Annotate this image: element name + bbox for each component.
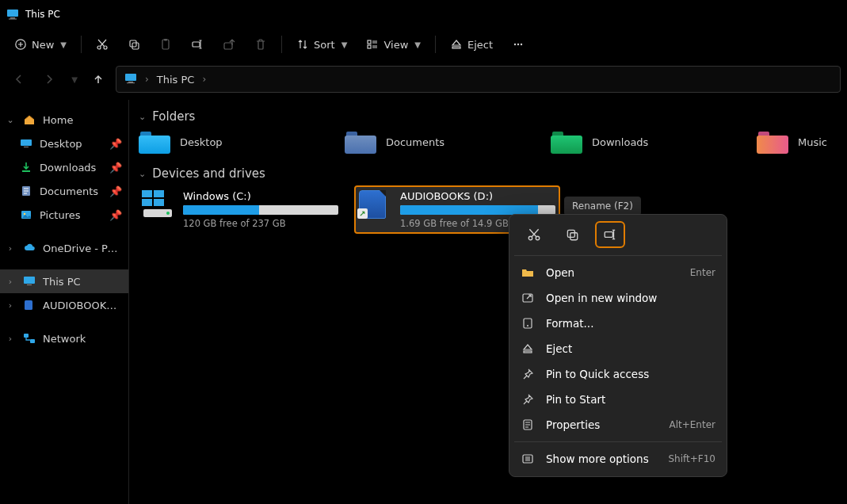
more-button[interactable] <box>504 32 532 57</box>
svg-rect-21 <box>21 139 32 146</box>
context-menu: Open Enter Open in new window Format... … <box>509 214 727 477</box>
this-pc-icon <box>22 274 36 288</box>
svg-rect-0 <box>7 10 18 17</box>
svg-point-34 <box>536 236 540 240</box>
svg-rect-30 <box>24 334 29 338</box>
folder-icon <box>345 130 376 154</box>
folder-downloads[interactable]: Downloads <box>551 130 741 154</box>
ctx-pin-start[interactable]: Pin to Start <box>509 387 727 412</box>
sidebar-item-downloads[interactable]: Downloads 📌 <box>0 155 128 179</box>
folder-open-icon <box>521 265 535 280</box>
documents-icon <box>19 184 33 198</box>
arrow-left-icon <box>13 73 25 86</box>
chevron-down-icon: ⌄ <box>139 112 146 122</box>
cut-button[interactable] <box>88 32 116 57</box>
folder-icon <box>757 130 788 154</box>
eject-icon <box>521 342 535 356</box>
address-bar[interactable]: › This PC › <box>116 66 841 93</box>
separator <box>514 441 722 442</box>
ctx-hint: Alt+Enter <box>669 419 715 430</box>
sort-label: Sort <box>314 39 335 51</box>
ctx-label: Show more options <box>546 452 657 465</box>
sidebar-item-documents[interactable]: Documents 📌 <box>0 179 128 203</box>
svg-point-16 <box>517 44 519 45</box>
eject-button[interactable]: Eject <box>442 32 501 57</box>
breadcrumb-sep: › <box>202 74 206 85</box>
svg-point-15 <box>514 44 516 45</box>
recent-button[interactable]: ▼ <box>67 67 81 92</box>
folder-label: Music <box>798 136 827 148</box>
folder-desktop[interactable]: Desktop <box>139 130 329 154</box>
ctx-pin-quick[interactable]: Pin to Quick access <box>509 361 727 387</box>
breadcrumb-root[interactable]: This PC <box>157 74 195 86</box>
new-label: New <box>32 39 54 51</box>
ctx-hint: Enter <box>690 267 715 278</box>
context-icon-row <box>509 220 727 251</box>
ctx-show-more[interactable]: Show more options Shift+F10 <box>509 446 727 472</box>
drive-c[interactable]: Windows (C:) 120 GB free of 237 GB <box>139 187 341 232</box>
svg-rect-23 <box>22 170 30 172</box>
svg-rect-35 <box>567 230 574 237</box>
ctx-rename-button[interactable] <box>597 223 624 246</box>
svg-point-5 <box>104 46 107 49</box>
copy-button[interactable] <box>120 32 148 57</box>
forward-button[interactable] <box>36 67 62 92</box>
ctx-copy-button[interactable] <box>559 223 586 246</box>
sort-button[interactable]: Sort ▼ <box>288 32 355 57</box>
svg-rect-2 <box>9 19 17 20</box>
section-title: Devices and drives <box>152 166 265 181</box>
sidebar-item-network[interactable]: › Network <box>0 326 128 350</box>
sidebar-item-onedrive[interactable]: › OneDrive - Personal <box>0 236 128 260</box>
svg-point-17 <box>521 44 522 45</box>
sort-icon <box>296 38 309 51</box>
up-button[interactable] <box>86 67 111 92</box>
ctx-label: Open in new window <box>546 292 715 304</box>
sidebar-item-label: OneDrive - Personal <box>43 242 122 254</box>
view-button[interactable]: View ▼ <box>358 32 429 57</box>
chevron-down-icon: ▼ <box>414 40 421 49</box>
ctx-eject[interactable]: Eject <box>509 336 727 361</box>
folder-label: Documents <box>386 136 444 148</box>
svg-rect-6 <box>130 40 136 47</box>
sidebar-item-pictures[interactable]: Pictures 📌 <box>0 203 128 227</box>
svg-point-33 <box>528 236 532 240</box>
folder-documents[interactable]: Documents <box>345 130 535 154</box>
ctx-label: Properties <box>546 418 658 431</box>
ellipsis-icon <box>512 38 525 51</box>
folder-icon <box>551 130 582 154</box>
sidebar: ⌄ Home Desktop 📌 Downloads 📌 Documents 📌… <box>0 100 129 504</box>
svg-rect-20 <box>127 82 135 83</box>
ctx-format[interactable]: Format... <box>509 311 727 336</box>
folder-label: Downloads <box>592 136 648 148</box>
format-icon <box>521 316 535 330</box>
drive-free-text: 120 GB free of 237 GB <box>183 218 338 229</box>
back-button[interactable] <box>6 67 32 92</box>
ctx-properties[interactable]: Properties Alt+Enter <box>509 412 727 437</box>
svg-rect-14 <box>452 47 460 48</box>
section-drives[interactable]: ⌄ Devices and drives <box>139 166 837 181</box>
ctx-cut-button[interactable] <box>521 223 547 246</box>
sidebar-item-this-pc[interactable]: › This PC <box>0 269 128 293</box>
titlebar: This PC <box>0 0 847 25</box>
section-folders[interactable]: ⌄ Folders <box>139 109 837 124</box>
sidebar-item-label: Home <box>43 114 122 126</box>
ctx-open-new[interactable]: Open in new window <box>509 285 727 311</box>
sidebar-item-label: Network <box>43 333 122 345</box>
scissors-icon <box>96 38 109 51</box>
sidebar-item-home[interactable]: ⌄ Home <box>0 108 128 132</box>
properties-icon <box>521 418 535 432</box>
new-button[interactable]: New ▼ <box>6 32 74 57</box>
svg-rect-9 <box>164 39 167 41</box>
shortcut-overlay-icon: ↗ <box>357 208 368 219</box>
rename-button[interactable] <box>183 32 212 57</box>
ctx-open[interactable]: Open Enter <box>509 260 727 285</box>
sidebar-item-audiobooks[interactable]: › AUDIOBOOKS (D:) <box>0 293 128 317</box>
folder-music[interactable]: Music <box>757 130 827 154</box>
eject-label: Eject <box>467 39 493 51</box>
sidebar-item-desktop[interactable]: Desktop 📌 <box>0 132 128 155</box>
drive-usage-bar <box>183 205 338 215</box>
breadcrumb-sep: › <box>145 74 149 85</box>
eject-icon <box>450 38 463 51</box>
chevron-right-icon: › <box>5 243 16 254</box>
new-window-icon <box>521 291 535 305</box>
